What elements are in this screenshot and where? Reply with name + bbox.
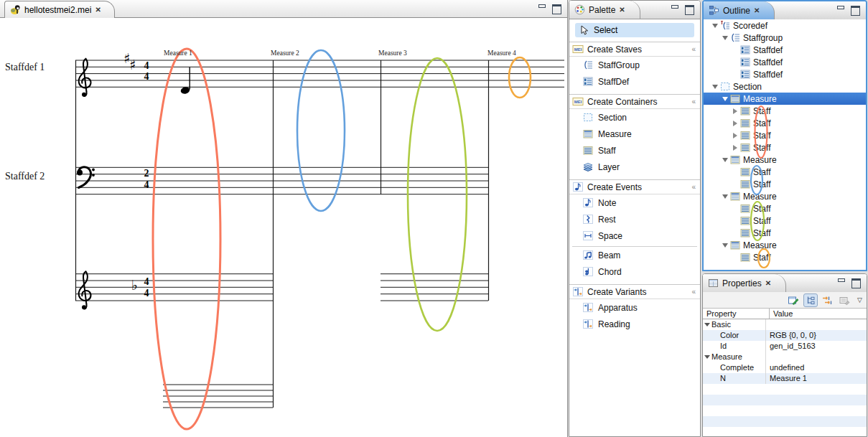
outline-item-staff[interactable]: Staff: [704, 141, 866, 154]
outline-item-staff[interactable]: Staff: [704, 202, 866, 215]
measure-icon: [729, 154, 741, 165]
properties-tab[interactable]: Properties ✕: [703, 274, 786, 292]
outline-item-staff[interactable]: Staff: [704, 105, 866, 117]
variants-icon: [582, 319, 594, 329]
palette-tool-select[interactable]: Select: [575, 23, 694, 37]
outline-item-staff[interactable]: Staff: [704, 166, 866, 178]
minimize-icon[interactable]: [837, 278, 845, 286]
scoredef-icon: [719, 20, 731, 31]
outline-item-staff[interactable]: Staff: [704, 178, 866, 190]
palette-tool-staff[interactable]: Staff: [569, 142, 700, 159]
palette-section-header[interactable]: MEICreate Staves«: [569, 42, 700, 57]
outline-item-label: Staff: [753, 253, 770, 263]
property-row[interactable]: Idgen_id_5163: [703, 341, 867, 352]
outline-item-measure[interactable]: Measure: [704, 154, 866, 166]
staffdef-icon: [582, 76, 594, 87]
pin-icon[interactable]: «: [691, 288, 695, 296]
maximize-icon[interactable]: [851, 278, 861, 288]
staff-icon: [739, 105, 751, 116]
palette-section-header[interactable]: Create Events«: [569, 179, 700, 194]
palette-section-header[interactable]: MEICreate Containers«: [569, 94, 700, 109]
quarter-note[interactable]: [180, 67, 191, 95]
minimize-icon[interactable]: [836, 6, 844, 13]
properties-tab-title: Properties: [722, 278, 762, 288]
outline-item-section[interactable]: Section: [704, 80, 866, 93]
palette-tool-measure[interactable]: Measure: [569, 126, 700, 142]
outline-item-staff[interactable]: Staff: [704, 251, 866, 263]
minimize-icon[interactable]: [538, 4, 546, 11]
palette-tool-layer[interactable]: Layer: [569, 159, 700, 175]
palette-tool-staffgroup[interactable]: StaffGroup: [569, 57, 700, 73]
maximize-icon[interactable]: [685, 5, 694, 15]
outline-item-staff[interactable]: Staff: [704, 117, 866, 129]
minimize-icon[interactable]: [671, 5, 678, 12]
outline-item-staff[interactable]: Staff: [704, 227, 866, 239]
close-icon[interactable]: ✕: [95, 6, 101, 14]
collapsed-arrow-icon[interactable]: [731, 145, 739, 151]
outline-item-staffdef[interactable]: Staffdef: [704, 44, 866, 56]
pin-icon[interactable]: «: [691, 183, 695, 191]
outline-item-staff[interactable]: Staff: [704, 215, 866, 227]
column-header-value[interactable]: Value: [770, 309, 867, 319]
palette-tool-note[interactable]: Note: [569, 194, 700, 211]
variants-icon: [572, 286, 584, 297]
palette-tool-beam[interactable]: Beam: [569, 247, 700, 263]
maximize-icon[interactable]: [552, 4, 561, 14]
view-menu-arrow[interactable]: ▽: [857, 296, 862, 304]
expanded-arrow-icon[interactable]: [721, 36, 729, 40]
show-categories-button[interactable]: [803, 293, 818, 307]
palette-tool-space[interactable]: Space: [569, 227, 700, 244]
outline-item-staff[interactable]: Staff: [704, 129, 866, 141]
close-icon[interactable]: ✕: [765, 280, 771, 287]
measure-highlights: [153, 49, 531, 429]
maximize-icon[interactable]: [851, 6, 860, 16]
property-row[interactable]: NMeasure 1: [703, 373, 867, 384]
show-advanced-properties-button[interactable]: [820, 293, 835, 307]
palette-tool-apparatus[interactable]: Apparatus: [569, 299, 700, 316]
close-icon[interactable]: ✕: [754, 7, 760, 14]
outline-item-staffdef[interactable]: Staffdef: [704, 56, 866, 68]
rest-icon: [582, 214, 594, 225]
category-expand-arrow[interactable]: [704, 323, 710, 326]
palette-tool-staffdef[interactable]: StaffDef: [569, 73, 700, 90]
outline-tab[interactable]: Outline ✕: [704, 1, 775, 19]
property-row[interactable]: ColorRGB {0, 0, 0}: [703, 330, 867, 341]
collapsed-arrow-icon[interactable]: [731, 121, 739, 126]
expanded-arrow-icon[interactable]: [721, 243, 729, 248]
column-header-property[interactable]: Property: [703, 309, 770, 319]
outline-item-scoredef[interactable]: Scoredef: [704, 19, 866, 32]
pin-icon[interactable]: «: [691, 98, 695, 105]
expanded-arrow-icon[interactable]: [721, 97, 729, 101]
property-category-row[interactable]: Basic: [703, 319, 867, 330]
outline-item-staffdef[interactable]: Staffdef: [704, 68, 866, 80]
property-row[interactable]: Completeundefined: [703, 362, 867, 373]
pin-icon[interactable]: «: [691, 45, 695, 53]
palette-section-header[interactable]: Create Variants«: [569, 284, 700, 299]
restore-default-value-button[interactable]: [837, 293, 852, 307]
palette-tab[interactable]: Palette ✕: [569, 1, 640, 19]
category-expand-arrow[interactable]: [704, 355, 710, 359]
properties-panel: Properties ✕ ▽ Prope: [702, 273, 867, 437]
staff-icon: [739, 166, 751, 177]
palette-tool-section[interactable]: Section: [569, 109, 700, 126]
expanded-arrow-icon[interactable]: [721, 194, 729, 199]
barlines: [76, 60, 489, 408]
expanded-arrow-icon[interactable]: [711, 85, 719, 89]
palette-tool-reading[interactable]: Reading: [569, 316, 700, 332]
collapsed-arrow-icon[interactable]: [731, 108, 739, 114]
property-category-row[interactable]: Measure: [703, 352, 867, 362]
expanded-arrow-icon[interactable]: [711, 24, 719, 28]
score-canvas[interactable]: [0, 0, 567, 437]
close-icon[interactable]: ✕: [619, 6, 625, 14]
outline-item-measure[interactable]: Measure: [704, 239, 866, 251]
expanded-arrow-icon[interactable]: [721, 158, 729, 162]
palette-tool-chord[interactable]: Chord: [569, 263, 700, 280]
palette-tab-title: Palette: [589, 5, 615, 15]
pin-property-view-button[interactable]: [786, 293, 801, 307]
collapsed-arrow-icon[interactable]: [731, 133, 739, 138]
palette-tool-rest[interactable]: Rest: [569, 211, 700, 227]
editor-tab[interactable]: hellotestmei2.mei ✕: [4, 1, 115, 18]
outline-item-measure[interactable]: Measure: [704, 190, 866, 202]
outline-item-staffgroup[interactable]: Staffgroup: [704, 32, 866, 44]
outline-item-measure[interactable]: Measure: [704, 93, 866, 105]
